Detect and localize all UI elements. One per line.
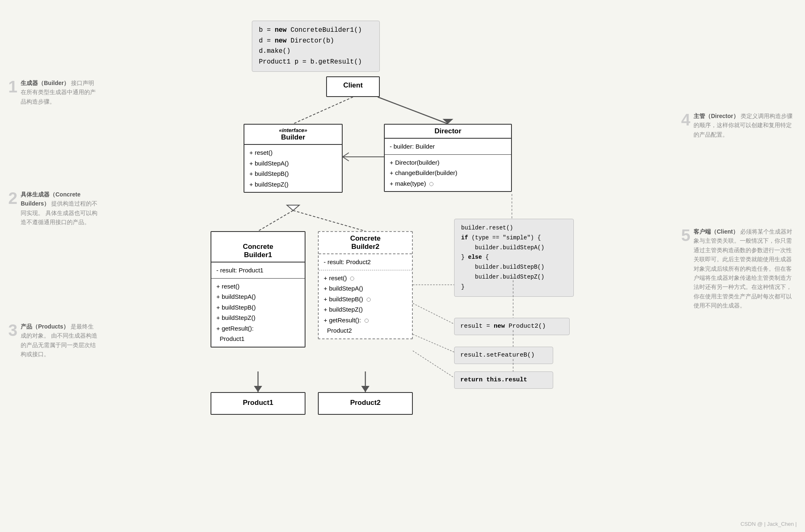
director-field: - builder: Builder: [385, 139, 511, 155]
svg-line-4: [258, 210, 293, 231]
annotation-4: 4 主管（Director） 类定义调用构造步骤的顺序，这样你就可以创建和复用特…: [681, 111, 797, 139]
code-box-top: b = new ConcreteBuilder1() d = new Direc…: [252, 21, 380, 72]
builder-stereotype: «interface»: [249, 127, 337, 133]
annotation-1: 1 生成器（Builder） 接口声明在所有类型生成器中通用的产品构造步骤。: [8, 78, 99, 106]
builder-header: «interface» Builder: [244, 125, 342, 145]
director-method-3: + make(type): [390, 178, 506, 189]
builder-method-2: + buildStepA(): [249, 158, 337, 169]
builder-name: Builder: [249, 133, 337, 142]
cb1-method-4: + buildStepZ(): [216, 312, 300, 323]
cb2-methods: + reset() + buildStepA() + buildStepB() …: [319, 270, 412, 338]
director-name: Director: [385, 125, 511, 139]
annotation-5-bold: 客户端（Client）: [694, 228, 739, 235]
circle-icon-3: [367, 298, 371, 302]
builder-method-3: + buildStepB(): [249, 168, 337, 179]
circle-icon-4: [365, 319, 369, 323]
page-container: 1 生成器（Builder） 接口声明在所有类型生成器中通用的产品构造步骤。 2…: [0, 0, 805, 532]
annotation-2: 2 具体生成器（Concrete Builders） 提供构造过程的不同实现。 …: [8, 190, 99, 227]
annotation-1-bold: 生成器（Builder）: [21, 80, 69, 86]
code-box-make: builder.reset() if (type == "simple") { …: [454, 219, 574, 297]
cb1-field: - result: Product1: [211, 262, 305, 279]
annotation-5-rest: 必须将某个生成器对象与主管类关联。一般情况下，你只需通过主管类构造函数的参数进行…: [694, 228, 792, 309]
client-label: Client: [327, 77, 379, 94]
annotation-3: 3 产品（Products） 是最终生成的对象。 由不同生成器构造的产品无需属于…: [8, 322, 99, 359]
builder-box: «interface» Builder + reset() + buildSte…: [244, 124, 343, 193]
cb2-method-4: + buildStepZ(): [324, 304, 407, 315]
svg-line-17: [413, 334, 454, 352]
cb2-method-1: + reset(): [324, 273, 407, 284]
code-box-result: result = new Product2(): [454, 318, 570, 335]
client-box: Client: [326, 76, 380, 97]
director-box: Director - builder: Builder + Director(b…: [384, 124, 512, 192]
director-method-2: + changeBuilder(builder): [390, 168, 506, 178]
builder-method-4: + buildStepZ(): [249, 179, 337, 190]
concrete-builder1-box: ConcreteBuilder1 - result: Product1 + re…: [211, 231, 305, 348]
product2-label: Product2: [319, 393, 412, 413]
svg-line-16: [413, 303, 454, 324]
cb2-header: ConcreteBuilder2: [319, 232, 412, 254]
svg-line-0: [293, 97, 353, 124]
svg-line-18: [413, 351, 454, 378]
svg-marker-8: [254, 386, 262, 392]
svg-line-1: [378, 97, 448, 124]
director-method-1: + Director(builder): [390, 157, 506, 168]
product2-box: Product2: [318, 392, 413, 415]
product1-box: Product1: [211, 392, 305, 415]
annotation-1-num: 1: [8, 78, 17, 95]
builder-methods: + reset() + buildStepA() + buildStepB() …: [244, 145, 342, 192]
svg-marker-5: [287, 205, 299, 210]
circle-icon-2: [350, 277, 354, 281]
circle-icon: [429, 182, 433, 186]
cb2-field: - result: Product2: [319, 254, 412, 270]
cb1-method-3: + buildStepB(): [216, 302, 300, 313]
cb2-method-3: + buildStepB(): [324, 294, 407, 305]
builder-method-1: + reset(): [249, 147, 337, 158]
cb1-header: ConcreteBuilder1: [211, 232, 305, 262]
cb2-method-2: + buildStepA(): [324, 283, 407, 294]
annotation-5: 5 客户端（Client） 必须将某个生成器对象与主管类关联。一般情况下，你只需…: [681, 227, 797, 310]
footer: CSDN @ | Jack_Chen |: [741, 521, 797, 527]
diagram-area: b = new ConcreteBuilder1() d = new Direc…: [116, 12, 694, 499]
svg-marker-2: [443, 119, 453, 124]
code-box-return: return this.result: [454, 371, 553, 389]
product1-label: Product1: [211, 393, 305, 413]
cb1-methods: + reset() + buildStepA() + buildStepB() …: [211, 279, 305, 347]
cb1-method-2: + buildStepA(): [216, 291, 300, 302]
svg-marker-10: [361, 386, 369, 392]
annotation-4-bold: 主管（Director）: [694, 113, 739, 119]
annotation-3-bold: 产品（Products）: [21, 323, 69, 330]
annotation-3-num: 3: [8, 322, 17, 338]
annotation-2-num: 2: [8, 190, 17, 206]
cb1-method-5: + getResult(): Product1: [216, 323, 300, 344]
svg-line-6: [293, 210, 365, 231]
code-box-setfeature: result.setFeatureB(): [454, 347, 553, 364]
director-methods: + Director(builder) + changeBuilder(buil…: [385, 155, 511, 192]
cb1-method-1: + reset(): [216, 281, 300, 292]
cb2-method-5: + getResult(): Product2: [324, 315, 407, 336]
concrete-builder2-box: ConcreteBuilder2 - result: Product2 + re…: [318, 231, 413, 339]
